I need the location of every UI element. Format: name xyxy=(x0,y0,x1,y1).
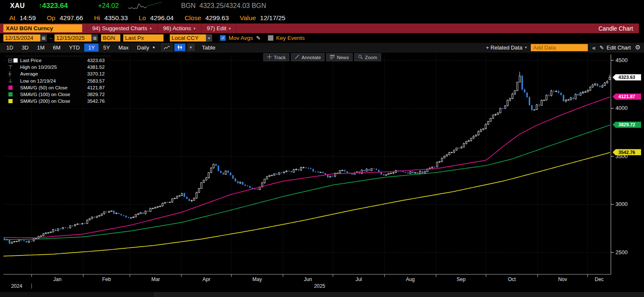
track-icon xyxy=(267,55,272,60)
stat-value: 4296.04 xyxy=(150,14,174,22)
range-button-5y[interactable]: 5Y xyxy=(99,44,114,52)
svg-text:4500: 4500 xyxy=(615,57,628,63)
chevron-down-icon: ▾ xyxy=(229,26,231,31)
range-button-max[interactable]: Max xyxy=(114,44,132,52)
zoom-tool-label: Zoom xyxy=(365,55,377,60)
range-button-1d[interactable]: 1D xyxy=(3,44,17,52)
legend-row-2[interactable]: ┼Average3370.12 xyxy=(8,70,109,77)
legend-label: SMAVG (50) on Close xyxy=(20,85,87,90)
legend-swatch xyxy=(8,86,13,90)
stat-label: Value xyxy=(240,14,256,22)
legend-marker: ⊤ xyxy=(8,65,20,70)
collapse-panel-icon[interactable]: « xyxy=(592,44,595,51)
intraday-sparkline xyxy=(128,1,164,11)
legend-value: 4121.87 xyxy=(87,85,109,90)
range-button-1m[interactable]: 1M xyxy=(33,44,48,52)
up-arrow-icon: ↑ xyxy=(39,2,42,10)
chart-tools-bar: TrackAnnotateNewsZoom xyxy=(263,53,381,61)
legend-value: 2583.57 xyxy=(87,78,109,83)
gear-icon[interactable]: ⚙ xyxy=(635,44,641,51)
calendar-icon[interactable]: ▦ xyxy=(40,34,47,42)
legend-row-3[interactable]: ⊥Low on 12/19/242583.57 xyxy=(8,78,109,84)
range-button-ytd[interactable]: YTD xyxy=(65,44,83,52)
chevron-down-icon: ▾ xyxy=(525,45,527,50)
edit-chart-button[interactable]: ✎Edit Chart xyxy=(600,44,631,51)
chart-type-label: Candle Chart xyxy=(599,25,634,32)
legend-label: SMAVG (200) on Close xyxy=(20,99,87,104)
track-tool-button[interactable]: Track xyxy=(263,53,289,61)
collapse-box-icon[interactable] xyxy=(8,59,12,63)
calendar-icon[interactable]: ▦ xyxy=(91,34,98,42)
bloomberg-terminal-window: XAU ↑4323.64 +24.02 BGN 4323.25/4324.03 … xyxy=(0,0,644,297)
annotate-tool-button[interactable]: Annotate xyxy=(291,53,325,61)
stat-hi: Hi4350.33 xyxy=(94,14,128,22)
sma200-axis-label: 3542.76 xyxy=(613,149,641,155)
legend-row-1[interactable]: ⊤High on 10/20/254381.52 xyxy=(8,64,109,70)
price-field-selector[interactable] xyxy=(123,34,164,42)
last-price-with-arrow: ↑4323.64 xyxy=(39,2,68,10)
chart-settings-row: ▦ - ▦ ▾ ✓ Mov Avgs ✎ Key Events xyxy=(0,33,644,43)
mov-avgs-checkbox[interactable]: ✓ xyxy=(220,35,226,41)
legend-row-6[interactable]: SMAVG (200) on Close3542.76 xyxy=(8,98,109,104)
price-source-field[interactable] xyxy=(101,34,120,42)
svg-text:Apr: Apr xyxy=(203,276,210,282)
stat-op: Op4297.66 xyxy=(47,14,83,22)
date-range-separator: - xyxy=(50,35,52,41)
legend-swatch xyxy=(8,92,13,96)
date-from-field[interactable] xyxy=(3,34,40,42)
add-data-input[interactable] xyxy=(531,44,588,51)
ticker-header: XAU ↑4323.64 +24.02 BGN 4323.25/4324.03 … xyxy=(0,0,644,13)
svg-text:May: May xyxy=(252,276,262,282)
zoom-tool-button[interactable]: Zoom xyxy=(354,53,381,61)
legend-row-5[interactable]: SMAVG (100) on Close3829.72 xyxy=(8,91,109,98)
date-to-field[interactable] xyxy=(55,34,91,42)
stat-value: 14:59 xyxy=(20,14,36,22)
legend-row-4[interactable]: SMAVG (50) on Close4121.87 xyxy=(8,84,109,91)
stat-value: 4297.66 xyxy=(60,14,83,22)
candle-chart-type-button[interactable] xyxy=(174,44,185,51)
security-ticker: XAU xyxy=(10,2,25,10)
zoom-icon xyxy=(358,55,363,60)
legend-value: 3370.12 xyxy=(87,71,109,76)
table-button[interactable]: Table xyxy=(202,44,216,51)
stat-value: 4299.63 xyxy=(205,14,229,22)
chart-area: 25003000350040004500JanFebMarAprMayJunJu… xyxy=(0,52,644,297)
stat-lo: Lo4296.04 xyxy=(139,14,174,22)
annotate-icon xyxy=(295,55,299,60)
menu-item-suggested-charts[interactable]: 94) Suggested Charts▾ xyxy=(86,23,158,33)
legend-marker xyxy=(8,92,20,96)
svg-text:2024: 2024 xyxy=(11,283,22,289)
chart-type-dropdown[interactable]: ▼ xyxy=(187,44,195,51)
svg-text:Aug: Aug xyxy=(406,276,415,282)
menu-item-edit[interactable]: 97) Edit▾ xyxy=(201,23,236,33)
news-tool-button[interactable]: News xyxy=(326,53,353,61)
bottom-strip xyxy=(0,292,644,297)
legend-swatch xyxy=(8,99,13,103)
range-button-3d[interactable]: 3D xyxy=(18,44,33,52)
svg-text:Nov: Nov xyxy=(558,276,567,282)
period-dropdown[interactable]: Daily▼ xyxy=(133,44,159,52)
stat-at: At14:59 xyxy=(9,14,36,22)
legend-value: 4323.63 xyxy=(87,58,109,63)
legend-marker: ┼ xyxy=(8,71,20,77)
stat-label: Lo xyxy=(139,14,146,22)
svg-text:2025: 2025 xyxy=(314,283,325,289)
legend-label: SMAVG (100) on Close xyxy=(20,92,87,97)
chevron-down-icon[interactable]: ▾ xyxy=(206,34,212,42)
svg-text:Jan: Jan xyxy=(53,276,61,282)
line-chart-type-button[interactable] xyxy=(161,44,172,51)
related-data-button[interactable]: + Related Data▾ xyxy=(486,44,527,51)
menu-item-actions[interactable]: 96) Actions▾ xyxy=(158,23,201,33)
key-events-checkbox[interactable] xyxy=(268,35,273,41)
chevron-down-icon: ▾ xyxy=(150,26,152,31)
legend-value: 4381.52 xyxy=(87,65,109,70)
legend-label: Last Price xyxy=(20,58,87,63)
range-button-6m[interactable]: 6M xyxy=(49,44,64,52)
currency-selector[interactable] xyxy=(170,34,206,42)
security-field[interactable]: XAU BGN Curncy xyxy=(3,24,82,32)
edit-mov-avgs-pencil-icon[interactable]: ✎ xyxy=(256,35,261,41)
legend-row-0[interactable]: Last Price4323.63 xyxy=(8,57,109,64)
range-button-1y[interactable]: 1Y xyxy=(84,44,99,52)
svg-text:2500: 2500 xyxy=(615,249,628,255)
function-menubar: XAU BGN Curncy 94) Suggested Charts▾96) … xyxy=(0,23,639,33)
